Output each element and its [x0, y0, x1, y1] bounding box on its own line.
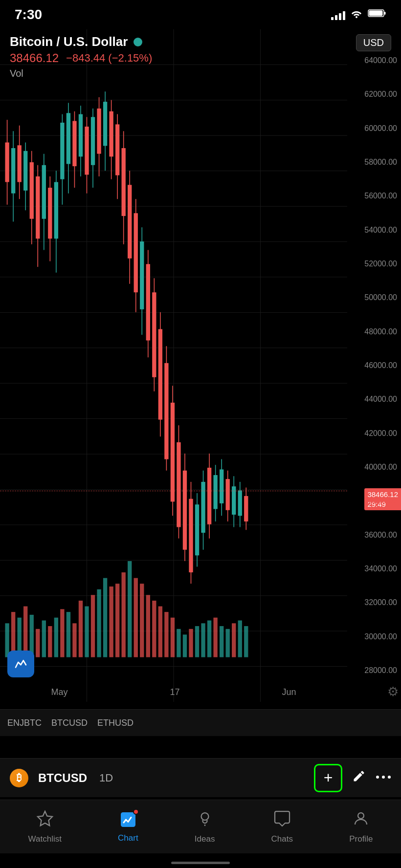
svg-rect-49: [158, 607, 162, 657]
y-label-36000: 36000.00: [347, 531, 397, 540]
svg-rect-89: [79, 114, 83, 157]
y-label-46000: 46000.00: [347, 361, 397, 370]
svg-rect-61: [232, 623, 236, 657]
x-label-17: 17: [170, 687, 179, 697]
signal-bars-icon: [331, 9, 345, 20]
svg-rect-99: [109, 111, 113, 157]
svg-rect-101: [115, 124, 119, 175]
svg-rect-36: [79, 601, 83, 657]
svg-rect-109: [140, 241, 144, 309]
ellipsis-icon: [376, 771, 391, 784]
nav-chart[interactable]: Chart: [118, 811, 138, 843]
more-options-button[interactable]: [376, 771, 391, 785]
signal-bar-3: [339, 13, 341, 20]
svg-rect-115: [158, 329, 162, 419]
btc-symbol-icon: ₿: [17, 772, 22, 783]
svg-rect-129: [201, 482, 205, 533]
svg-rect-35: [72, 623, 76, 657]
price-change: −843.44 (−2.15%): [66, 52, 152, 65]
svg-rect-2: [384, 12, 386, 15]
svg-rect-55: [195, 626, 199, 657]
svg-rect-60: [226, 629, 230, 657]
svg-rect-125: [189, 499, 193, 572]
nav-ideas-label: Ideas: [195, 834, 215, 844]
svg-rect-103: [122, 148, 126, 216]
svg-rect-113: [152, 292, 156, 377]
tradingview-logo-icon: [12, 655, 29, 673]
chats-icon: [273, 810, 291, 831]
svg-rect-107: [134, 213, 138, 292]
svg-rect-52: [177, 629, 180, 657]
svg-rect-87: [72, 121, 76, 166]
x-axis: May 17 Jun: [0, 682, 347, 702]
svg-rect-50: [164, 612, 168, 657]
add-chart-button[interactable]: +: [314, 764, 342, 792]
y-label-40000: 40000.00: [347, 463, 397, 472]
svg-rect-32: [54, 618, 58, 657]
live-dot-icon: [134, 38, 142, 46]
nav-chart-label: Chart: [118, 833, 138, 843]
signal-bar-1: [331, 17, 334, 20]
pair-name: Bitcoin / U.S. Dollar: [10, 34, 128, 49]
svg-rect-127: [195, 504, 199, 555]
wifi-icon: [350, 8, 363, 21]
svg-rect-135: [220, 469, 223, 503]
svg-rect-148: [121, 812, 135, 827]
signal-bar-4: [343, 11, 345, 20]
y-label-48000: 48000.00: [347, 327, 397, 336]
ticker-enjbtc[interactable]: ENJBTC: [7, 718, 42, 728]
symbol-text[interactable]: BTCUSD: [38, 771, 87, 785]
svg-point-147: [388, 776, 391, 779]
svg-rect-97: [103, 102, 107, 146]
ticker-bar: ENJBTC BTCUSD ETHUSD: [0, 709, 401, 736]
svg-rect-83: [60, 123, 64, 179]
y-label-56000: 56000.00: [347, 192, 397, 200]
svg-rect-54: [189, 629, 193, 657]
draw-button[interactable]: [352, 769, 366, 786]
y-axis: 64000.00 62000.00 60000.00 58000.00 5600…: [347, 29, 401, 702]
svg-rect-71: [23, 151, 27, 191]
svg-rect-41: [109, 586, 113, 657]
y-label-32000: 32000.00: [347, 598, 397, 607]
svg-rect-67: [11, 148, 15, 194]
nav-chats-label: Chats: [271, 834, 293, 844]
svg-rect-43: [122, 572, 126, 657]
svg-rect-131: [207, 468, 211, 524]
chart-settings-gear-icon[interactable]: ⚙: [387, 684, 399, 699]
btc-logo: ₿: [10, 769, 28, 787]
nav-profile[interactable]: Profile: [349, 810, 373, 844]
nav-chats[interactable]: Chats: [271, 810, 293, 844]
price-line: [0, 491, 347, 491]
timeframe-text[interactable]: 1D: [99, 772, 113, 784]
battery-icon: [368, 8, 386, 21]
status-bar: 7:30: [0, 0, 401, 29]
y-label-28000: 28000.00: [347, 666, 397, 675]
usd-button[interactable]: USD: [356, 34, 391, 51]
y-label-38000: 38000.00: [347, 497, 397, 505]
svg-rect-143: [244, 496, 248, 521]
svg-rect-59: [220, 626, 223, 657]
svg-rect-77: [42, 165, 46, 219]
svg-rect-105: [128, 185, 132, 258]
svg-rect-44: [128, 561, 132, 657]
chart-header: Bitcoin / U.S. Dollar 38466.12 −843.44 (…: [0, 29, 401, 82]
svg-rect-73: [30, 162, 34, 219]
chart-area[interactable]: 38466.12 29:49 64000.00 62000.00 60000.0…: [0, 29, 401, 702]
svg-rect-56: [201, 623, 205, 657]
y-label-60000: 60000.00: [347, 124, 397, 133]
svg-rect-33: [60, 609, 64, 657]
nav-ideas[interactable]: Ideas: [195, 810, 215, 844]
ticker-btcusd[interactable]: BTCUSD: [51, 718, 88, 728]
ideas-icon: [196, 810, 214, 831]
nav-watchlist[interactable]: Watchlist: [28, 810, 62, 844]
status-icons: [331, 8, 386, 21]
ticker-ethusd[interactable]: ETHUSD: [97, 718, 134, 728]
tradingview-logo[interactable]: [7, 651, 34, 677]
svg-rect-121: [177, 442, 180, 527]
svg-rect-93: [91, 117, 95, 165]
svg-rect-119: [171, 403, 175, 502]
svg-rect-42: [115, 584, 119, 657]
svg-rect-85: [67, 113, 70, 164]
svg-rect-53: [183, 634, 187, 657]
svg-rect-69: [18, 145, 22, 182]
